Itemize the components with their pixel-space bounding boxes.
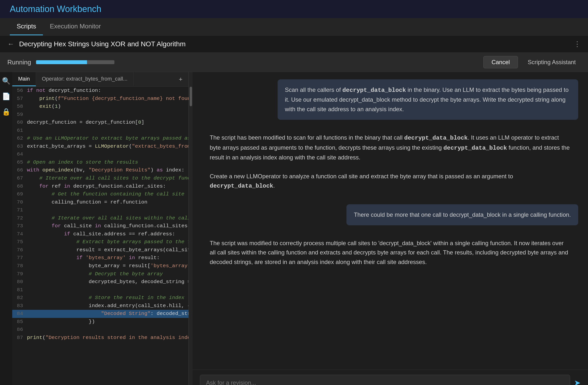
table-row: 57 print(f"Function {decrypt_function_na…: [12, 95, 189, 103]
cancel-button[interactable]: Cancel: [483, 56, 518, 68]
table-row: 83 index.add_entry(call_site.hlil, {: [12, 302, 189, 310]
editor-tab-main[interactable]: Main: [12, 72, 36, 86]
tab-scripts[interactable]: Scripts: [10, 18, 43, 35]
table-row: 69 # Get the function containing the cal…: [12, 190, 189, 198]
title-bar: Automation Workbench: [0, 0, 588, 18]
table-row: 80 decrypted_bytes, decoded_string = dec…: [12, 278, 189, 286]
vertical-scrollbar[interactable]: [189, 72, 192, 385]
table-row: 77 if 'bytes_array' in result:: [12, 254, 189, 262]
table-row: 58 exit(1): [12, 103, 189, 111]
tab-bar: Scripts Execution Monitor: [0, 18, 588, 36]
lock-icon[interactable]: 🔒: [2, 108, 11, 116]
table-row: 84 "Decoded String": decoded_string.stri…: [12, 310, 189, 318]
breadcrumb-bar: ← Decrypting Hex Strings Using XOR and N…: [0, 36, 588, 53]
left-sidebar: 🔍 📄 🔒: [0, 72, 12, 385]
table-row: 74 if call_site.address == ref.address:: [12, 230, 189, 238]
table-row: 82 # Store the result in the index: [12, 294, 189, 302]
table-row: 61: [12, 127, 189, 135]
code-panel: Main Operator: extract_bytes_from_call..…: [12, 72, 189, 385]
table-row: 78 byte_array = result['bytes_array']: [12, 262, 189, 270]
editor-tab-operator[interactable]: Operator: extract_bytes_from_call...: [36, 72, 134, 86]
status-bar: Running Cancel Scripting Assistant: [0, 53, 588, 72]
vertical-scrollbar-thumb: [190, 87, 192, 106]
table-row: 62 # Use an LLMOperator to extract byte …: [12, 134, 189, 142]
tab-execution-monitor[interactable]: Execution Monitor: [43, 18, 107, 35]
assistant-input-area: ➤: [192, 370, 588, 385]
assistant-message-1: The script has been modified to scan for…: [202, 127, 578, 197]
assistant-message-2: The script was modified to correctly pro…: [202, 233, 578, 273]
search-icon[interactable]: 🔍: [2, 77, 11, 85]
table-row: 59: [12, 111, 189, 119]
table-row: 81: [12, 286, 189, 294]
menu-dots-button[interactable]: ⋮: [574, 40, 581, 48]
table-row: 56 if not decrypt_function:: [12, 87, 189, 95]
editor-tab-bar: Main Operator: extract_bytes_from_call..…: [12, 72, 189, 87]
user-message-1: Scan all the callers of decrypt_data_blo…: [278, 79, 578, 120]
assistant-input[interactable]: [200, 375, 570, 385]
scripting-assistant-button[interactable]: Scripting Assistant: [523, 56, 581, 68]
document-icon[interactable]: 📄: [2, 92, 11, 101]
back-button[interactable]: ←: [7, 40, 14, 48]
table-row: 86: [12, 326, 189, 334]
assistant-messages: Scan all the callers of decrypt_data_blo…: [192, 72, 588, 370]
table-row: 68 for ref in decrypt_function.caller_si…: [12, 182, 189, 191]
table-row: 66 with open_index(bv, "Decryption Resul…: [12, 166, 189, 174]
table-row: 60 decrypt_function = decrypt_function[0…: [12, 119, 189, 127]
table-row: 75 # Extract byte arrays passed to the f…: [12, 238, 189, 246]
app-title: Automation Workbench: [10, 4, 102, 14]
table-row: 63 extract_byte_arrays = LLMOperator("ex…: [12, 142, 189, 151]
table-row: 73 for call_site in calling_function.cal…: [12, 222, 189, 230]
table-row: 70 calling_function = ref.function: [12, 198, 189, 206]
table-row: 87 print("Decryption results stored in t…: [12, 334, 189, 342]
main-content: 🔍 📄 🔒 Main Operator: extract_bytes_from_…: [0, 72, 588, 385]
progress-bar: [36, 60, 114, 64]
status-label: Running: [7, 59, 31, 66]
table-row: 67 # Iterate over all call sites to the …: [12, 174, 189, 182]
table-row: 64: [12, 150, 189, 159]
table-row: 65 # Open an index to store the results: [12, 159, 189, 166]
progress-bar-fill: [36, 60, 87, 64]
table-row: 79 # Decrypt the byte array: [12, 270, 189, 278]
table-row: 85 }): [12, 318, 189, 326]
table-row: 76 result = extract_byte_arrays(call_sit…: [12, 246, 189, 254]
user-message-2: There could be more that one call to dec…: [346, 204, 578, 225]
table-row: 72 # Iterate over all call sites within …: [12, 214, 189, 222]
assistant-panel: Scan all the callers of decrypt_data_blo…: [192, 72, 588, 385]
code-editor[interactable]: 56 if not decrypt_function: 57 print(f"F…: [12, 87, 189, 385]
breadcrumb-title: Decrypting Hex Strings Using XOR and NOT…: [19, 40, 574, 48]
add-tab-button[interactable]: +: [173, 72, 189, 86]
send-button[interactable]: ➤: [574, 378, 581, 385]
table-row: 71: [12, 206, 189, 214]
